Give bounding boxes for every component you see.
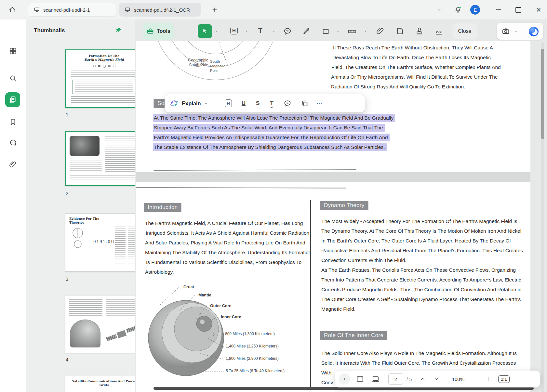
tab-list-button[interactable] bbox=[433, 3, 446, 16]
tab-document-2-active[interactable]: scanned-pd...df-2-1_OCR bbox=[119, 3, 201, 17]
paperclip-icon bbox=[9, 160, 17, 169]
apps-grid-button[interactable] bbox=[9, 47, 17, 55]
ai-orbit-icon bbox=[170, 99, 179, 108]
attachments-button[interactable] bbox=[9, 160, 17, 169]
thumbnail-page-3[interactable]: Evidence For The Theories 0191.0U bbox=[65, 213, 135, 272]
thumbnail-page-1[interactable]: Formation Of The Earth's Magnetic Field bbox=[65, 49, 135, 108]
body-text-line: Them Into Patterns That Generate Electri… bbox=[321, 275, 521, 285]
thumb-image-satellite bbox=[105, 321, 135, 347]
highlight-tool-button[interactable]: H bbox=[230, 27, 238, 34]
strikethrough-button[interactable]: S bbox=[256, 100, 260, 107]
comments-button[interactable] bbox=[9, 138, 17, 147]
body-text-line: The Solid Inner Core Also Plays A Role I… bbox=[321, 348, 517, 358]
shape-tool-chevron[interactable] bbox=[336, 29, 340, 33]
pen-tool-button[interactable] bbox=[302, 27, 311, 36]
snapshot-camera-button[interactable] bbox=[501, 27, 510, 35]
signature-tool-button[interactable] bbox=[434, 27, 444, 36]
toolbar-divider bbox=[215, 99, 215, 108]
squiggly-button[interactable]: T bbox=[270, 100, 273, 107]
new-tab-button[interactable] bbox=[208, 3, 221, 16]
scanned-rule-line bbox=[136, 187, 346, 188]
select-tool-chevron[interactable] bbox=[215, 29, 219, 33]
monitor-icon bbox=[124, 7, 131, 13]
diagram-measurement: 5 To 25 Miles (8 To 40 Kilometers) bbox=[226, 369, 285, 373]
page-number-input[interactable] bbox=[388, 373, 403, 385]
measure-tool-button[interactable] bbox=[347, 27, 357, 36]
bookmarks-button[interactable] bbox=[9, 118, 17, 126]
zoom-level-label[interactable]: 100% bbox=[452, 376, 464, 382]
comment-tool-button[interactable] bbox=[283, 27, 292, 36]
toolbox-icon bbox=[146, 27, 154, 35]
maximize-icon bbox=[515, 7, 521, 13]
chevron-down-icon bbox=[436, 7, 442, 13]
highlight-button[interactable]: H bbox=[225, 99, 232, 107]
label-geographic-south-pole: GeographicSouth Pole bbox=[172, 58, 208, 68]
two-page-view-button[interactable] bbox=[356, 375, 364, 383]
minimize-button[interactable] bbox=[492, 3, 505, 16]
pin-icon bbox=[114, 27, 122, 34]
more-actions-button[interactable]: ⋯ bbox=[316, 100, 323, 107]
ai-assistant-button[interactable] bbox=[527, 25, 540, 38]
panel-drag-handle[interactable]: ⋯ bbox=[100, 20, 114, 27]
body-text-line: Solid. It Interacts With The Fluid Outer… bbox=[321, 358, 516, 368]
highlight-tool-chevron[interactable] bbox=[245, 29, 248, 33]
selected-text-block[interactable]: At The Same Time, The Atmosphere Will Al… bbox=[153, 113, 395, 152]
explain-ai-button[interactable]: Explain bbox=[170, 99, 208, 108]
tab-document-1[interactable]: scanned-pdf-updf-2-1 bbox=[28, 3, 116, 17]
thumb-page-number: 1 bbox=[66, 112, 68, 117]
vertical-scrollbar-thumb[interactable] bbox=[541, 49, 544, 139]
expand-panel-button[interactable] bbox=[339, 373, 350, 385]
explain-label: Explain bbox=[182, 100, 201, 107]
comment-button[interactable] bbox=[283, 99, 292, 108]
shape-tool-button[interactable] bbox=[321, 27, 330, 36]
thumb-content-lines bbox=[70, 175, 135, 183]
search-button[interactable] bbox=[9, 74, 17, 83]
actual-size-button[interactable]: 1:1 bbox=[498, 375, 510, 383]
body-text-line: If These Rays Reach The Earth Without Ob… bbox=[333, 43, 493, 53]
measure-tool-chevron[interactable] bbox=[364, 29, 367, 33]
body-text-line: Devastating Blow To Life On Earth. Once … bbox=[332, 53, 491, 62]
next-page-button[interactable] bbox=[434, 376, 439, 382]
stamp-tool-button[interactable] bbox=[415, 27, 424, 35]
thumbnail-page-4[interactable] bbox=[65, 295, 135, 353]
search-icon bbox=[9, 74, 17, 83]
zoom-in-button[interactable] bbox=[485, 376, 491, 382]
tab-label: scanned-pdf-updf-2-1 bbox=[43, 7, 90, 13]
diagram-measurement: 800 Miles (1,300 Kilometers) bbox=[225, 332, 275, 336]
tools-button[interactable]: Tools bbox=[143, 23, 174, 40]
avatar[interactable]: E bbox=[470, 5, 480, 15]
thumbnail-page-5[interactable]: Satellite Communications And Power Grids bbox=[65, 376, 135, 392]
text-tool-chevron[interactable] bbox=[272, 29, 276, 33]
monitor-icon bbox=[33, 7, 40, 13]
snapshot-chevron[interactable] bbox=[514, 30, 518, 33]
thumbnail-page-2[interactable] bbox=[65, 131, 135, 186]
text-tool-button[interactable]: T bbox=[258, 27, 262, 34]
select-tool-button[interactable] bbox=[198, 24, 212, 38]
attach-tool-button[interactable] bbox=[376, 27, 385, 35]
zoom-out-button[interactable] bbox=[472, 376, 477, 382]
pin-panel-button[interactable] bbox=[114, 27, 122, 34]
underline-button[interactable]: U bbox=[242, 100, 246, 107]
bell-icon bbox=[454, 6, 462, 14]
thumbnails-panel-button[interactable] bbox=[5, 92, 20, 107]
sticker-tool-button[interactable] bbox=[395, 27, 404, 35]
pdf-page-2: Introduction The Earth's Magnetic Field,… bbox=[136, 182, 530, 392]
home-button[interactable] bbox=[6, 3, 19, 16]
copy-button[interactable] bbox=[301, 99, 309, 107]
body-text-line: Radioactive Elements And Residual Heat F… bbox=[321, 246, 523, 255]
thumb-digits: 0191.0U bbox=[93, 240, 115, 244]
notifications-button[interactable] bbox=[451, 3, 464, 16]
body-text-line: Astrobiology. bbox=[145, 267, 174, 277]
previous-page-button[interactable] bbox=[420, 376, 426, 382]
body-text-line: In The Earth's Outer Core. The Outer Cor… bbox=[321, 236, 511, 246]
avatar-initial: E bbox=[474, 7, 477, 13]
body-text-line: The Outer Core Creates A Self - Sustaini… bbox=[321, 294, 521, 304]
thumb-content-box bbox=[72, 80, 135, 94]
body-text-line: Animals Or Tiny Microorganisms, Will Fin… bbox=[331, 72, 498, 82]
thumb-content-lines bbox=[65, 295, 135, 316]
maximize-button[interactable] bbox=[512, 3, 525, 16]
home-icon bbox=[8, 6, 16, 14]
close-window-button[interactable]: × bbox=[532, 3, 545, 16]
close-editor-button[interactable]: Close bbox=[453, 23, 477, 39]
presentation-view-button[interactable] bbox=[371, 375, 380, 383]
